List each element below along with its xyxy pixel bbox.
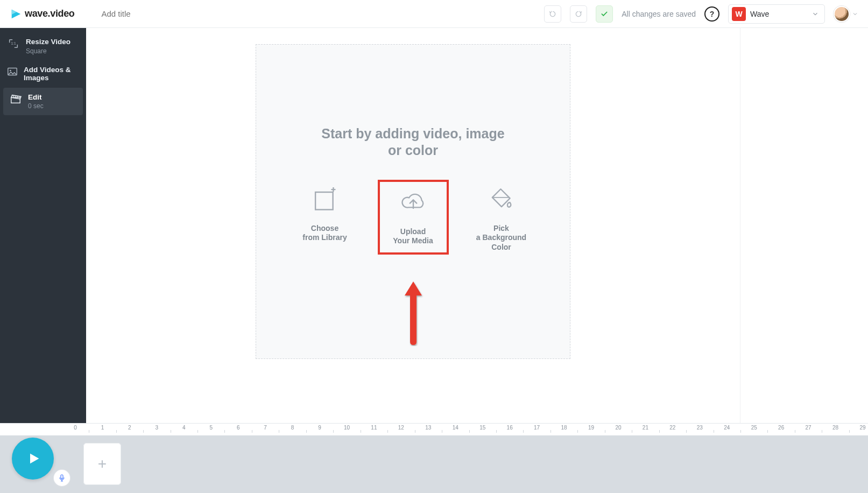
brand-logo[interactable]: wave.video <box>10 8 74 20</box>
aspect-ratio-icon: 1:1 <box>8 38 19 50</box>
avatar <box>834 6 850 22</box>
ruler-tick: 17 <box>534 425 540 431</box>
canvas-area: Start by adding video, image or color Ch… <box>86 28 740 423</box>
ruler-tick: 1 <box>101 425 104 431</box>
sidebar-item-label: Edit <box>28 93 44 102</box>
ruler-tick: 25 <box>751 425 757 431</box>
workspace-name: Wave <box>750 10 807 18</box>
workspace-switcher[interactable]: W Wave <box>728 4 825 24</box>
ruler-tick: 2 <box>128 425 131 431</box>
ruler-tick: 26 <box>778 425 784 431</box>
ruler-tick: 29 <box>859 425 865 431</box>
redo-button[interactable] <box>570 5 587 23</box>
ruler-tick: 5 <box>209 425 213 431</box>
question-icon: ? <box>710 10 715 18</box>
ruler-tick: 7 <box>264 425 267 431</box>
ruler-tick: 16 <box>507 425 513 431</box>
ruler-tick: 19 <box>588 425 594 431</box>
paint-bucket-icon <box>486 186 517 213</box>
ruler-tick: 13 <box>425 425 431 431</box>
option-line1: Pick <box>493 224 509 233</box>
ruler-tick: 23 <box>697 425 703 431</box>
ruler-tick: 12 <box>398 425 404 431</box>
undo-button[interactable] <box>544 5 561 23</box>
option-line1: Upload <box>400 227 426 236</box>
sidebar-item-sublabel: 0 sec <box>28 102 44 110</box>
ruler-tick: 21 <box>643 425 648 431</box>
project-title-input[interactable] <box>98 7 207 20</box>
sidebar-item-sublabel: Square <box>26 47 70 55</box>
microphone-icon <box>58 474 66 482</box>
brand-text: wave.video <box>25 8 74 19</box>
ruler-tick: 15 <box>479 425 485 431</box>
clapperboard-icon <box>10 93 22 105</box>
library-add-icon <box>311 185 339 213</box>
sidebar-item-resize[interactable]: 1:1 Resize Video Square <box>0 32 86 60</box>
play-triangle-icon <box>10 8 22 20</box>
svg-point-2 <box>10 69 11 71</box>
ruler-tick: 0 <box>74 425 77 431</box>
ruler-tick: 27 <box>806 425 811 431</box>
undo-icon <box>548 10 557 18</box>
workspace-badge: W <box>732 7 746 21</box>
image-icon <box>6 66 18 78</box>
svg-text:1:1: 1:1 <box>11 41 16 45</box>
option-upload-media[interactable]: Upload Your Media <box>381 183 446 251</box>
option-line2: a Background Color <box>476 233 526 251</box>
ruler-tick: 24 <box>724 425 730 431</box>
ruler-tick: 22 <box>669 425 675 431</box>
step-sidebar: 1:1 Resize Video Square Add Videos & Ima… <box>0 28 86 423</box>
account-menu[interactable] <box>834 6 858 22</box>
ruler-tick: 6 <box>237 425 240 431</box>
help-button[interactable]: ? <box>704 6 719 22</box>
sidebar-item-edit[interactable]: Edit 0 sec <box>3 88 83 116</box>
canvas-empty-heading: Start by adding video, image or color <box>316 125 510 159</box>
ruler-tick: 8 <box>291 425 294 431</box>
voiceover-button[interactable] <box>54 470 70 486</box>
app-header: wave.video All changes are saved ? W Wav… <box>0 0 868 28</box>
main-area: 1:1 Resize Video Square Add Videos & Ima… <box>0 28 868 423</box>
option-choose-library[interactable]: Choose from Library <box>293 183 357 243</box>
chevron-down-icon <box>811 10 819 18</box>
ruler-tick: 14 <box>453 425 458 431</box>
ruler-tick: 3 <box>156 425 159 431</box>
option-line2: from Library <box>302 233 347 242</box>
sidebar-item-add-media[interactable]: Add Videos & Images <box>0 60 86 88</box>
save-status-text: All changes are saved <box>622 10 696 18</box>
svg-rect-4 <box>315 192 333 210</box>
check-icon <box>601 10 608 18</box>
ruler-tick: 4 <box>182 425 186 431</box>
canvas-empty-options: Choose from Library Upload Your Media <box>293 183 534 252</box>
properties-panel <box>740 28 868 423</box>
saved-indicator <box>596 5 613 23</box>
play-icon <box>26 451 41 466</box>
sidebar-item-label: Resize Video <box>26 38 70 46</box>
add-clip-button[interactable]: + <box>83 443 121 485</box>
option-line1: Choose <box>311 224 338 233</box>
timeline: 0123456789101112131415161718192021222324… <box>0 423 868 493</box>
plus-icon: + <box>98 455 107 473</box>
video-canvas[interactable]: Start by adding video, image or color Ch… <box>256 44 570 359</box>
option-line2: Your Media <box>393 236 433 245</box>
ruler-tick: 11 <box>371 425 377 431</box>
annotation-arrow-icon <box>403 281 424 346</box>
play-button[interactable] <box>12 438 54 480</box>
option-pick-color[interactable]: Pick a Background Color <box>469 183 534 252</box>
ruler-tick: 20 <box>615 425 621 431</box>
ruler-tick: 9 <box>318 425 321 431</box>
sidebar-item-label: Add Videos & Images <box>24 66 80 82</box>
chevron-down-icon <box>852 11 858 17</box>
svg-rect-5 <box>61 475 63 478</box>
ruler-tick: 28 <box>832 425 838 431</box>
ruler-tick: 18 <box>561 425 567 431</box>
timeline-ruler[interactable]: 0123456789101112131415161718192021222324… <box>0 424 868 435</box>
cloud-upload-icon <box>398 189 429 216</box>
timeline-tracks[interactable]: + <box>0 435 868 493</box>
ruler-tick: 10 <box>344 425 350 431</box>
redo-icon <box>574 10 583 18</box>
